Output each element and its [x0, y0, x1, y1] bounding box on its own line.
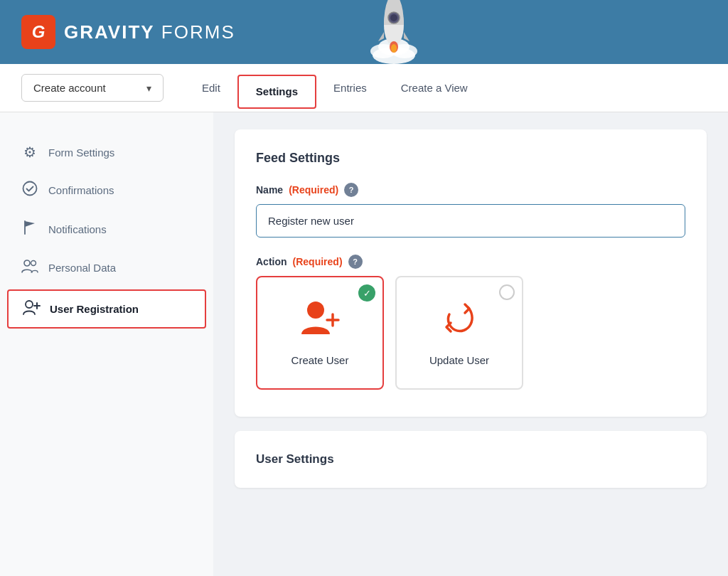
sidebar-item-label-user-registration: User Registration [50, 303, 139, 315]
svg-point-9 [23, 182, 37, 196]
user-registration-icon [23, 299, 40, 319]
name-input[interactable] [256, 204, 685, 238]
create-user-card[interactable]: ✓ Create User [256, 276, 384, 390]
sidebar-item-label-notifications: Notifications [48, 223, 107, 235]
svg-point-15 [307, 302, 324, 319]
logo-container: G GRAVITY FORMS [21, 15, 235, 49]
form-selector-label: Create account [33, 82, 139, 94]
create-user-label: Create User [291, 354, 349, 366]
sidebar-item-user-registration[interactable]: User Registration [7, 289, 206, 329]
name-required-text: (Required) [289, 184, 338, 196]
tab-settings[interactable]: Settings [237, 75, 316, 109]
svg-point-8 [391, 44, 397, 53]
action-required-text: (Required) [293, 256, 343, 267]
sidebar-item-label-personal-data: Personal Data [48, 262, 116, 274]
check-circle-icon [21, 181, 38, 200]
update-user-label: Update User [429, 354, 489, 366]
svg-point-12 [26, 301, 33, 308]
sidebar-item-label-confirmations: Confirmations [48, 184, 114, 196]
content-area: Feed Settings Name (Required) ? Action (… [213, 112, 728, 576]
svg-point-10 [24, 260, 30, 266]
sidebar-item-personal-data[interactable]: Personal Data [0, 249, 213, 287]
name-field-label: Name (Required) ? [256, 183, 685, 197]
nav-tabs: Edit Settings Entries Create a View [185, 64, 485, 112]
user-settings-card: User Settings [235, 431, 707, 488]
sidebar-item-label-form-settings: Form Settings [48, 146, 114, 159]
svg-point-11 [31, 261, 36, 266]
tab-edit[interactable]: Edit [185, 64, 237, 112]
rocket-illustration [365, 0, 422, 64]
sidebar-item-confirmations[interactable]: Confirmations [0, 171, 213, 210]
sidebar: ⚙ Form Settings Confirmations Notificati… [0, 112, 213, 576]
action-options: ✓ Create User [256, 276, 685, 390]
form-selector[interactable]: Create account ▾ [21, 74, 164, 102]
radio-empty-icon [499, 284, 515, 300]
gravity-forms-logo-icon: G [21, 15, 55, 49]
toolbar: Create account ▾ Edit Settings Entries C… [0, 64, 728, 112]
gear-icon: ⚙ [21, 144, 38, 161]
tab-create-view[interactable]: Create a View [384, 64, 485, 112]
user-settings-title: User Settings [256, 452, 685, 466]
feed-settings-title: Feed Settings [256, 151, 685, 166]
feed-settings-card: Feed Settings Name (Required) ? Action (… [235, 129, 707, 417]
chevron-down-icon: ▾ [146, 82, 151, 94]
header: G GRAVITY FORMS [0, 0, 728, 64]
action-help-icon[interactable]: ? [348, 255, 363, 269]
people-icon [21, 259, 38, 277]
action-field-label: Action (Required) ? [256, 255, 685, 269]
sidebar-item-notifications[interactable]: Notifications [0, 210, 213, 249]
person-refresh-icon [441, 300, 478, 344]
svg-point-6 [390, 14, 397, 21]
person-add-icon [300, 300, 340, 344]
tab-entries[interactable]: Entries [316, 64, 384, 112]
checkmark-icon: ✓ [358, 284, 375, 302]
update-user-card[interactable]: Update User [395, 276, 523, 390]
sidebar-item-form-settings[interactable]: ⚙ Form Settings [0, 134, 213, 171]
main-layout: ⚙ Form Settings Confirmations Notificati… [0, 112, 728, 576]
name-help-icon[interactable]: ? [344, 183, 358, 197]
flag-icon [21, 220, 38, 239]
gravity-forms-logo-text: GRAVITY FORMS [64, 21, 235, 43]
